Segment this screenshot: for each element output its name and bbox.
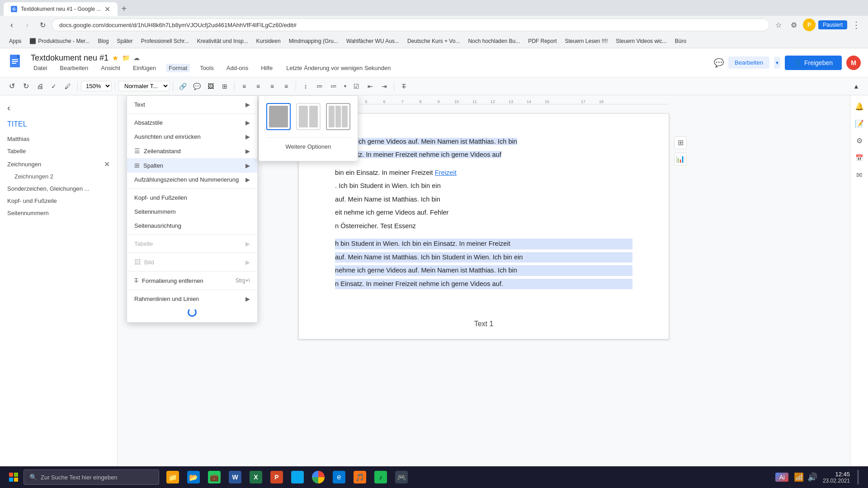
- datei-menu[interactable]: Datei: [31, 64, 50, 72]
- format-menu-trigger[interactable]: Format: [166, 64, 190, 72]
- sidebar-item-tabelle[interactable]: Tabelle: [7, 146, 110, 156]
- bookmark-kreativitaet[interactable]: Kreativität und Insp...: [193, 37, 252, 46]
- sidebar-item-matthias[interactable]: Matthias: [7, 134, 110, 144]
- align-right-btn[interactable]: ≡: [266, 80, 278, 93]
- bearbeiten-mode-btn[interactable]: Bearbeiten: [728, 56, 769, 69]
- right-sidebar-icon-4[interactable]: 📅: [852, 150, 867, 165]
- numbered-list-btn[interactable]: ≔: [313, 80, 326, 93]
- bookmark-wahlfaecher[interactable]: Wahlfächer WU Aus...: [343, 37, 403, 46]
- taskbar-app-excel[interactable]: X: [246, 467, 266, 487]
- taskbar-app-blue[interactable]: 🌐: [288, 467, 307, 487]
- tab-close-btn[interactable]: ✕: [104, 5, 110, 14]
- format-spalten-item[interactable]: ⊞ Spalten ▶: [127, 158, 257, 173]
- line-spacing-btn[interactable]: ↕: [299, 80, 312, 93]
- sidebar-item-sonderzeichen[interactable]: Sonderzeichen, Gleichungen ...: [7, 183, 110, 194]
- nav-back-btn[interactable]: ‹: [5, 19, 18, 31]
- taskbar-app-edge[interactable]: e: [329, 467, 349, 487]
- sidebar-close-icon[interactable]: ✕: [104, 160, 110, 169]
- bookmark-star-icon[interactable]: ☆: [772, 19, 785, 31]
- taskbar-app-dark[interactable]: 🎮: [392, 467, 411, 487]
- bookmark-blog[interactable]: Blog: [94, 37, 112, 46]
- bookmark-spaeter[interactable]: Später: [113, 37, 136, 46]
- checklist-btn[interactable]: ☑: [350, 80, 363, 93]
- volume-icon[interactable]: 🔊: [807, 472, 817, 482]
- sidebar-item-kopf-fuss[interactable]: Kopf- und Fußzeile: [7, 196, 110, 206]
- format-clear-item[interactable]: T̶ Formatierung entfernen Strg+\: [127, 273, 257, 288]
- share-btn[interactable]: 👤 Freigeben: [785, 56, 842, 70]
- dropdown-arrow-icon[interactable]: ▾: [774, 57, 780, 69]
- align-left-btn[interactable]: ≡: [238, 80, 250, 93]
- taskbar-app-green[interactable]: 💼: [204, 467, 224, 487]
- format-zeilenabstand-item[interactable]: ☰ Zeilenabstand ▶: [127, 144, 257, 158]
- last-saved-link[interactable]: Letzte Änderung vor wenigen Sekunden: [286, 65, 391, 71]
- format-absatzstile-item[interactable]: Absatzstile ▶: [127, 116, 257, 130]
- right-sidebar-icon-3[interactable]: ⚙: [852, 133, 867, 148]
- taskbar-app-explorer[interactable]: 📂: [184, 467, 203, 487]
- addons-menu[interactable]: Add-ons: [224, 64, 251, 72]
- move-to-folder-icon[interactable]: 📁: [122, 54, 130, 61]
- new-tab-btn[interactable]: +: [118, 2, 130, 15]
- user-profile-icon[interactable]: P: [803, 19, 816, 31]
- bookmark-steuern-lesen[interactable]: Steuern Lesen !!!!: [561, 37, 611, 46]
- clear-format-btn[interactable]: T̶: [397, 80, 410, 93]
- spellcheck-btn[interactable]: ✓: [47, 80, 60, 93]
- bookmark-hochladen[interactable]: Noch hochladen Bu...: [464, 37, 524, 46]
- menu-dots-icon[interactable]: ⋮: [850, 19, 863, 31]
- pause-btn[interactable]: Pausiert: [818, 20, 847, 29]
- columns-1-option[interactable]: [266, 103, 291, 130]
- right-sidebar-icon-5[interactable]: ✉: [852, 168, 867, 182]
- taskbar-app-word[interactable]: W: [225, 467, 245, 487]
- address-bar[interactable]: docs.google.com/document/d/1hUH8k6h7Lb8y…: [52, 19, 769, 31]
- link-btn[interactable]: 🔗: [176, 80, 189, 93]
- taskbar-app-orange[interactable]: 🎵: [350, 467, 370, 487]
- bookmark-deutsche-kurs[interactable]: Deutsche Kurs + Vo...: [404, 37, 463, 46]
- sidebar-item-zeichnungen2[interactable]: Zeichnungen 2: [7, 171, 110, 182]
- add-row-icon[interactable]: ⊞: [674, 136, 687, 149]
- bookmark-buero[interactable]: Büro: [671, 37, 690, 46]
- align-justify-btn[interactable]: ≡: [280, 80, 292, 93]
- zoom-select[interactable]: 150%: [81, 81, 112, 91]
- start-btn[interactable]: [4, 467, 24, 487]
- comment-btn[interactable]: 💬: [190, 80, 203, 93]
- user-avatar[interactable]: M: [846, 56, 861, 70]
- format-text-item[interactable]: Text ▶: [127, 98, 257, 112]
- chart-icon[interactable]: 📊: [674, 153, 687, 165]
- network-icon[interactable]: 📶: [794, 472, 804, 482]
- columns-3-option[interactable]: [326, 103, 350, 130]
- increase-indent-btn[interactable]: ⇥: [378, 80, 391, 93]
- bullet-list-btn[interactable]: ≔: [327, 80, 340, 93]
- bookmark-pdf[interactable]: PDF Report: [524, 37, 560, 46]
- columns-2-option[interactable]: [296, 103, 321, 130]
- star-icon[interactable]: ★: [112, 54, 118, 62]
- sidebar-item-zeichnungen[interactable]: Zeichnungen ✕: [7, 158, 110, 170]
- reload-btn[interactable]: ↻: [36, 19, 49, 31]
- paint-format-btn[interactable]: 🖊: [61, 80, 74, 93]
- taskbar-app-powerpoint[interactable]: P: [267, 467, 287, 487]
- bookmark-apps[interactable]: Apps: [5, 37, 25, 46]
- tools-menu[interactable]: Tools: [197, 64, 216, 72]
- format-seitennummern-item[interactable]: Seitennummern: [127, 205, 257, 219]
- taskbar-app-chrome[interactable]: [308, 467, 328, 487]
- bearbeiten-menu[interactable]: Bearbeiten: [57, 64, 91, 72]
- format-kopf-item[interactable]: Kopf- und Fußzeilen: [127, 191, 257, 205]
- doc-title[interactable]: Textdokument neu #1: [31, 53, 108, 63]
- taskbar-search-box[interactable]: 🔍 Zur Suche Text hier eingeben: [24, 469, 159, 485]
- list-dropdown-btn[interactable]: ▾: [341, 80, 349, 93]
- image-btn[interactable]: 🖼: [204, 80, 217, 93]
- taskbar-app-files[interactable]: 📁: [163, 467, 183, 487]
- table-btn[interactable]: ⊞: [218, 80, 231, 93]
- cloud-save-icon[interactable]: ☁: [133, 54, 140, 61]
- collapse-toolbar-btn[interactable]: ▲: [850, 80, 863, 93]
- right-sidebar-icon-2[interactable]: 📝: [852, 116, 867, 131]
- bookmark-mindmapping[interactable]: Mindmapping (Gru...: [285, 37, 342, 46]
- weitere-optionen-btn[interactable]: Weitere Optionen: [266, 137, 350, 154]
- format-rahmen-item[interactable]: Rahmenlinien und Linien ▶: [127, 292, 257, 306]
- bookmark-steuern-videos[interactable]: Steuern Videos wic...: [612, 37, 670, 46]
- undo-btn[interactable]: ↺: [5, 80, 18, 93]
- format-seitenausrichtung-item[interactable]: Seitenausrichtung: [127, 219, 257, 233]
- browser-tab[interactable]: G Textdokument neu #1 - Google ... ✕: [4, 2, 118, 16]
- align-center-btn[interactable]: ≡: [252, 80, 264, 93]
- nav-forward-btn[interactable]: ›: [21, 19, 33, 31]
- extensions-icon[interactable]: ⚙: [788, 19, 800, 31]
- freizeit-link[interactable]: Freizeit: [435, 169, 457, 176]
